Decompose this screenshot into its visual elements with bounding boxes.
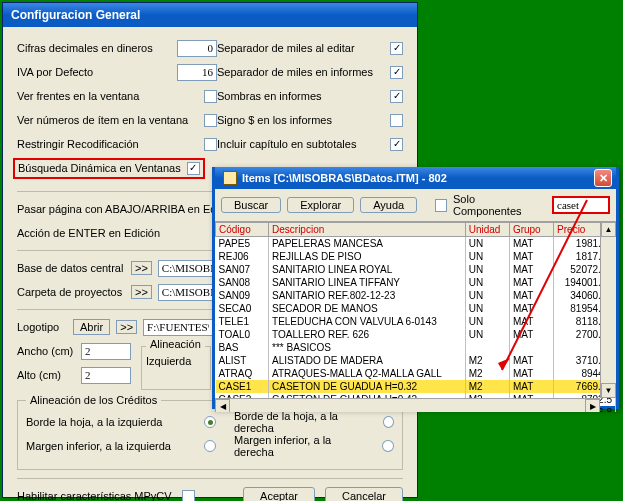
table-row[interactable]: TELE1TELEDUCHA CON VALVULA 6-0143UNMAT81… bbox=[216, 315, 616, 328]
explorar-button[interactable]: Explorar bbox=[287, 197, 354, 213]
table-row[interactable]: SECA0SECADOR DE MANOSUNMAT81954.28 bbox=[216, 302, 616, 315]
buscar-button[interactable]: Buscar bbox=[221, 197, 281, 213]
bordeizq-radio[interactable] bbox=[204, 416, 216, 428]
iva-label: IVA por Defecto bbox=[17, 66, 93, 78]
margender-label: Margen inferior, a la derecha bbox=[234, 434, 370, 458]
table-row[interactable]: PAPE5PAPELERAS MANCESAUNMAT1981.45 bbox=[216, 237, 616, 250]
basedatos-label: Base de datos central bbox=[17, 262, 125, 274]
horizontal-scrollbar[interactable]: ◀ ▶ bbox=[215, 398, 600, 412]
items-titlebar: Items [C:\MISOBRAS\BDatos.ITM] - 802 ✕ bbox=[215, 167, 616, 189]
vertical-scrollbar[interactable]: ▲ ▼ bbox=[600, 222, 616, 398]
habilitar-label: Habilitar características MPyCV bbox=[17, 490, 172, 501]
scroll-left-icon[interactable]: ◀ bbox=[215, 399, 230, 412]
col-descripcion[interactable]: Descripcion bbox=[269, 223, 466, 237]
restringir-label: Restringir Recodificación bbox=[17, 138, 139, 150]
grid-wrap: Código Descripcion Unidad Grupo Precio P… bbox=[215, 222, 616, 412]
ancho-input[interactable] bbox=[81, 343, 131, 360]
busqueda-checkbox[interactable]: ✓ bbox=[187, 162, 200, 175]
incluir-checkbox[interactable]: ✓ bbox=[390, 138, 403, 151]
table-row[interactable]: CASE1CASETON DE GUADUA H=0.32M2MAT7669.7… bbox=[216, 380, 616, 393]
basedatos-browse-button[interactable]: >> bbox=[131, 261, 152, 275]
logotipo-browse-button[interactable]: >> bbox=[116, 320, 137, 334]
logotipo-path[interactable] bbox=[143, 319, 213, 336]
alto-label: Alto (cm) bbox=[17, 369, 75, 381]
col-unidad[interactable]: Unidad bbox=[465, 223, 509, 237]
sepinformes-checkbox[interactable]: ✓ bbox=[390, 66, 403, 79]
pasar-label: Pasar página con ABAJO/ARRIBA en Edición bbox=[17, 203, 239, 215]
decimales-input[interactable] bbox=[177, 40, 217, 57]
carpeta-browse-button[interactable]: >> bbox=[131, 285, 152, 299]
aceptar-button[interactable]: Aceptar bbox=[243, 487, 315, 501]
vernumeros-label: Ver números de ítem en la ventana bbox=[17, 114, 188, 126]
sombras-label: Sombras en informes bbox=[217, 90, 322, 102]
bordeder-label: Borde de la hoja, a la derecha bbox=[234, 410, 371, 434]
vernumeros-checkbox[interactable] bbox=[204, 114, 217, 127]
carpeta-label: Carpeta de proyectos bbox=[17, 286, 125, 298]
items-title: Items [C:\MISOBRAS\BDatos.ITM] - 802 bbox=[242, 172, 447, 184]
ancho-label: Ancho (cm) bbox=[17, 345, 75, 357]
margenizq-label: Margen inferior, a la izquierda bbox=[26, 440, 171, 452]
table-row[interactable]: ATRAQATRAQUES-MALLA Q2-MALLA GALLM2MAT89… bbox=[216, 367, 616, 380]
items-window: Items [C:\MISOBRAS\BDatos.ITM] - 802 ✕ B… bbox=[212, 167, 619, 409]
close-button[interactable]: ✕ bbox=[594, 169, 612, 187]
decimales-label: Cifras decimales en dineros bbox=[17, 42, 153, 54]
verfrentes-label: Ver frentes en la ventana bbox=[17, 90, 139, 102]
incluir-label: Incluir capítulo en subtotales bbox=[217, 138, 356, 150]
scroll-right-icon[interactable]: ▶ bbox=[585, 399, 600, 412]
scroll-down-icon[interactable]: ▼ bbox=[601, 383, 616, 398]
items-grid[interactable]: Código Descripcion Unidad Grupo Precio P… bbox=[215, 222, 616, 412]
busqueda-highlight: Búsqueda Dinámica en Ventanas ✓ bbox=[13, 158, 205, 179]
bordeder-radio[interactable] bbox=[383, 416, 394, 428]
solocomp-checkbox[interactable] bbox=[435, 199, 447, 212]
scroll-up-icon[interactable]: ▲ bbox=[601, 222, 616, 237]
table-row[interactable]: SAN07SANITARIO LINEA ROYALUNMAT52072.85 bbox=[216, 263, 616, 276]
verfrentes-checkbox[interactable] bbox=[204, 90, 217, 103]
sombras-checkbox[interactable]: ✓ bbox=[390, 90, 403, 103]
accionenter-label: Acción de ENTER en Edición bbox=[17, 227, 160, 239]
margender-radio[interactable] bbox=[382, 440, 394, 452]
restringir-checkbox[interactable] bbox=[204, 138, 217, 151]
sepeditar-checkbox[interactable]: ✓ bbox=[390, 42, 403, 55]
signo-label: Signo $ en los informes bbox=[217, 114, 332, 126]
config-title: Configuracion General bbox=[11, 8, 140, 22]
logotipo-label: Logotipo bbox=[17, 321, 67, 333]
sepeditar-label: Separador de miles al editar bbox=[217, 42, 355, 54]
solocomp-label: Solo Componentes bbox=[453, 193, 540, 217]
creditos-title: Alineación de los Créditos bbox=[26, 394, 161, 406]
table-row[interactable]: SAN09SANITARIO REF.802-12-23UNMAT34060.4… bbox=[216, 289, 616, 302]
margenizq-radio[interactable] bbox=[204, 440, 216, 452]
search-input[interactable] bbox=[552, 196, 610, 214]
iva-input[interactable] bbox=[177, 64, 217, 81]
alineacion-value: Izquierda bbox=[146, 355, 206, 367]
col-grupo[interactable]: Grupo bbox=[509, 223, 553, 237]
abrir-button[interactable]: Abrir bbox=[73, 319, 110, 335]
ayuda-button[interactable]: Ayuda bbox=[360, 197, 417, 213]
table-row[interactable]: REJ06REJILLAS DE PISOUNMAT1817.88 bbox=[216, 250, 616, 263]
habilitar-checkbox[interactable] bbox=[182, 490, 195, 502]
bordeizq-label: Borde la hoja, a la izquierda bbox=[26, 416, 162, 428]
signo-checkbox[interactable] bbox=[390, 114, 403, 127]
col-codigo[interactable]: Código bbox=[216, 223, 269, 237]
alineacion-group-label: Alineación bbox=[146, 338, 205, 350]
items-toolbar: Buscar Explorar Ayuda Solo Componentes bbox=[215, 189, 616, 222]
table-row[interactable]: TOAL0TOALLERO REF. 626UNMAT2700.78 bbox=[216, 328, 616, 341]
table-row[interactable]: ALISTALISTADO DE MADERAM2MAT3710.94 bbox=[216, 354, 616, 367]
alto-input[interactable] bbox=[81, 367, 131, 384]
busqueda-label: Búsqueda Dinámica en Ventanas bbox=[18, 162, 181, 174]
table-row[interactable]: SAN08SANITARIO LINEA TIFFANYUNMAT194001.… bbox=[216, 276, 616, 289]
items-icon bbox=[223, 171, 237, 185]
table-row[interactable]: BAS*** BASICOS0 bbox=[216, 341, 616, 354]
sepinformes-label: Separador de miles en informes bbox=[217, 66, 373, 78]
cancelar-button[interactable]: Cancelar bbox=[325, 487, 403, 501]
config-titlebar: Configuracion General bbox=[3, 3, 417, 27]
